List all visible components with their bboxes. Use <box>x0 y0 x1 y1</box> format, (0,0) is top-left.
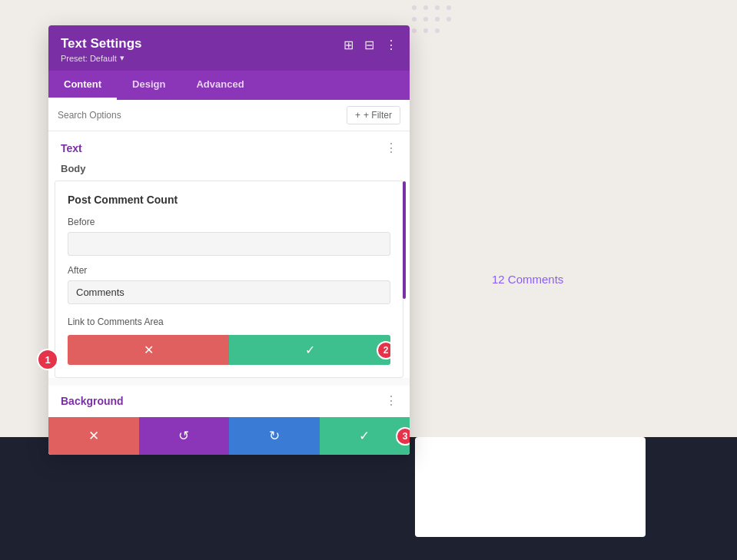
section-gap <box>48 378 410 386</box>
toggle-no-button[interactable]: ✕ <box>68 335 229 365</box>
after-label: After <box>68 265 390 276</box>
background-section-header: Background ⋮ <box>48 386 410 417</box>
text-section: Text ⋮ Body Post Comment Count Before Af… <box>48 131 410 386</box>
redo-button[interactable]: ↻ <box>229 417 320 455</box>
preset-label: Preset: Default <box>61 54 117 63</box>
filter-icon: + <box>355 110 360 121</box>
panel-body: Text ⋮ Body Post Comment Count Before Af… <box>48 131 410 455</box>
toggle-buttons: ✕ ✓ 2 <box>68 335 390 365</box>
badge-2: 2 <box>377 341 390 360</box>
svg-point-10 <box>435 28 440 33</box>
bg-comment-link[interactable]: 12 Comments <box>492 273 563 286</box>
search-input[interactable] <box>58 110 347 121</box>
search-bar: + + Filter <box>48 100 410 131</box>
link-to-comments-row: Link to Comments Area <box>68 316 390 327</box>
panel-tabs: Content Design Advanced <box>48 71 410 100</box>
text-section-header: Text ⋮ <box>48 131 410 160</box>
badge-3: 3 <box>396 427 410 446</box>
undo-icon: ↺ <box>178 428 189 444</box>
panel-header-icons: ⊞ ⊟ ⋮ <box>344 36 397 52</box>
more-options-icon[interactable]: ⋮ <box>385 38 397 52</box>
before-input[interactable] <box>68 232 390 256</box>
body-label: Body <box>48 160 410 181</box>
panel-preset[interactable]: Preset: Default ▾ <box>61 53 141 63</box>
text-section-menu-icon[interactable]: ⋮ <box>385 141 397 155</box>
background-section-title: Background <box>61 395 124 407</box>
tab-advanced[interactable]: Advanced <box>181 71 259 100</box>
columns-icon[interactable]: ⊟ <box>364 38 374 52</box>
badge-1: 1 <box>37 349 58 370</box>
cancel-icon: ✕ <box>88 428 99 444</box>
svg-point-2 <box>435 5 440 10</box>
check-icon: ✓ <box>305 343 315 357</box>
svg-point-9 <box>423 28 428 33</box>
background-section-menu-icon[interactable]: ⋮ <box>385 393 397 408</box>
after-input[interactable] <box>68 280 390 304</box>
svg-point-4 <box>412 17 417 22</box>
expand-icon[interactable]: ⊞ <box>344 38 354 52</box>
cancel-button[interactable]: ✕ <box>48 417 139 455</box>
toggle-yes-button[interactable]: ✓ 2 <box>229 335 390 365</box>
panel-header: Text Settings Preset: Default ▾ ⊞ ⊟ ⋮ <box>48 25 410 71</box>
panel-title-group: Text Settings Preset: Default ▾ <box>61 36 141 63</box>
bg-white-card <box>415 437 646 537</box>
bottom-bar: ✕ ↺ ↻ ✓ 3 <box>48 417 410 455</box>
svg-point-6 <box>435 17 440 22</box>
svg-point-8 <box>412 28 417 33</box>
decorative-dots <box>407 0 468 46</box>
svg-point-5 <box>423 17 428 22</box>
redo-icon: ↻ <box>269 428 280 444</box>
text-section-title: Text <box>61 142 82 154</box>
svg-point-7 <box>447 17 451 22</box>
undo-button[interactable]: ↺ <box>139 417 230 455</box>
svg-point-0 <box>412 5 417 10</box>
save-button[interactable]: ✓ 3 <box>320 417 410 455</box>
before-label: Before <box>68 217 390 227</box>
link-label: Link to Comments Area <box>68 316 164 327</box>
panel-title: Text Settings <box>61 36 141 51</box>
svg-point-3 <box>447 5 451 10</box>
tab-design[interactable]: Design <box>117 71 181 100</box>
card-title: Post Comment Count <box>68 194 390 206</box>
chevron-down-icon: ▾ <box>120 53 124 63</box>
text-settings-panel: Text Settings Preset: Default ▾ ⊞ ⊟ ⋮ Co… <box>48 25 410 455</box>
tab-content[interactable]: Content <box>48 71 117 100</box>
close-icon: ✕ <box>144 343 154 357</box>
svg-point-1 <box>423 5 428 10</box>
background-section: Background ⋮ <box>48 386 410 417</box>
filter-button[interactable]: + + Filter <box>347 106 400 124</box>
filter-label: + Filter <box>364 110 392 121</box>
save-icon: ✓ <box>359 428 370 444</box>
post-comment-count-card: Post Comment Count Before After Link to … <box>55 181 403 378</box>
